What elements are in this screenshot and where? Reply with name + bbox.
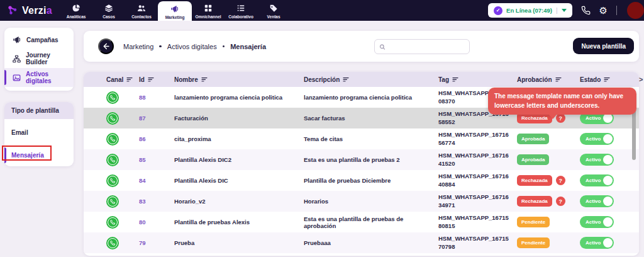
canal-cell <box>84 216 139 229</box>
back-button[interactable] <box>98 38 114 54</box>
nav-item-casos[interactable]: Casos <box>92 0 125 21</box>
nav-item-marketing[interactable]: Marketing <box>158 1 192 21</box>
aprobacion-cell: Rechazada? <box>517 175 580 186</box>
column-header-estado[interactable]: Estado <box>580 76 639 83</box>
nav-item-omnichannel[interactable]: Omnichannel <box>192 0 225 21</box>
sort-icon[interactable] <box>555 77 562 83</box>
search-box[interactable] <box>374 39 470 54</box>
column-header-tag[interactable]: Tag <box>438 76 517 83</box>
sort-icon[interactable] <box>604 77 610 83</box>
table-row-83[interactable]: 83 Horario_v2 Horarios HSM_WHATSAPP_1671… <box>84 191 639 212</box>
breadcrumb-item-marketing[interactable]: Marketing <box>123 43 153 50</box>
estado-toggle[interactable]: Activo <box>580 237 614 249</box>
descripcion-cell: Esta es una plantilla de pruebas de apro… <box>304 215 438 229</box>
sort-icon[interactable] <box>201 77 208 83</box>
estado-toggle[interactable]: Activo <box>580 174 614 186</box>
aprobacion-cell: Aprobada <box>517 134 580 144</box>
id-cell[interactable]: 87 <box>139 115 174 122</box>
estado-toggle[interactable]: Activo <box>580 154 614 166</box>
estado-toggle[interactable]: Activo <box>580 195 614 207</box>
estado-toggle[interactable]: Activo <box>580 216 614 228</box>
toggle-knob <box>603 238 613 248</box>
toggle-knob <box>603 197 613 206</box>
sidebar-item-label: Mensajería <box>11 152 44 159</box>
breadcrumb-item-mensajeria[interactable]: Mensajería <box>230 43 266 50</box>
chevron-right-icon[interactable]: > <box>639 76 643 83</box>
id-cell[interactable]: 86 <box>139 135 174 142</box>
sort-icon[interactable] <box>343 77 349 83</box>
template-type-items: EmailMensajería <box>4 123 74 164</box>
tag-cell: HSM_WHATSAPP_1671641520 <box>438 152 517 168</box>
id-cell[interactable]: 84 <box>139 177 174 184</box>
estado-cell: Activo <box>580 154 639 166</box>
sort-icon[interactable] <box>126 77 133 83</box>
sort-icon[interactable] <box>452 77 458 83</box>
id-cell[interactable]: 88 <box>139 94 174 101</box>
column-header-nombre[interactable]: Nombre <box>174 76 304 83</box>
table-row-79[interactable]: 79 Prueba Pruebaaa HSM_WHATSAPP_16715707… <box>84 232 639 253</box>
nav-item-label: Contactos <box>131 14 152 19</box>
estado-cell: Activo <box>580 195 639 207</box>
nav-item-label: Analíticas <box>67 14 86 19</box>
nav-item-contactos[interactable]: Contactos <box>125 0 158 21</box>
sidebar-item-email[interactable]: Email <box>4 123 74 142</box>
nav-item-analiticas[interactable]: Analíticas <box>60 0 92 21</box>
verzia-logo-icon <box>8 5 18 16</box>
whatsapp-icon <box>106 112 119 125</box>
table-row-85[interactable]: 85 Plantilla Alexis DIC2 Esta es una pla… <box>84 149 639 170</box>
table-row-84[interactable]: 84 Plantilla Alexis DIC Plantilla de pru… <box>84 170 639 191</box>
toggle-knob <box>603 176 613 185</box>
column-header-id[interactable]: Id <box>139 76 174 83</box>
approval-badge: Pendiente <box>517 217 550 227</box>
aprobacion-cell: Pendiente <box>517 237 580 248</box>
phone-icon[interactable] <box>581 6 591 15</box>
status-text: En Línea (07:49) <box>506 7 552 14</box>
table-row-86[interactable]: 86 cita_proxima Tema de citas HSM_WHATSA… <box>84 128 639 149</box>
nav-item-ventas[interactable]: Ventas <box>257 0 290 21</box>
breadcrumb-item-activos-digitales[interactable]: Activos digitales <box>167 43 217 50</box>
nav-item-label: Omnichannel <box>195 14 221 19</box>
column-header-aprobacion[interactable]: Aprobación <box>517 76 580 83</box>
column-header-canal[interactable]: Canal <box>84 76 139 83</box>
estado-toggle[interactable]: Activo <box>580 133 614 145</box>
estado-label: Activo <box>580 157 601 163</box>
sidebar-item-journey-builder[interactable]: Journey Builder <box>4 49 74 68</box>
id-cell[interactable]: 83 <box>139 198 174 205</box>
tag-icon <box>269 4 278 13</box>
toggle-knob <box>603 113 613 123</box>
status-divider: | <box>556 7 558 14</box>
chevron-down-icon[interactable] <box>562 9 567 12</box>
help-icon[interactable]: ? <box>556 197 565 206</box>
whatsapp-icon <box>106 154 119 166</box>
new-template-button[interactable]: Nueva plantilla <box>573 38 634 54</box>
topbar-divider <box>616 6 617 15</box>
help-icon[interactable]: ? <box>556 113 565 123</box>
whatsapp-icon <box>106 216 119 229</box>
sidebar-item-mensajeria[interactable]: Mensajería <box>4 146 74 164</box>
nombre-cell: lanzamiento programa ciencia politica <box>174 94 304 101</box>
user-avatar[interactable] <box>627 2 644 19</box>
aprobacion-cell: Aprobada <box>517 154 580 165</box>
image-icon <box>13 74 21 82</box>
sort-icon[interactable] <box>148 77 154 83</box>
search-input[interactable] <box>389 43 465 50</box>
canal-cell <box>84 91 139 104</box>
column-header-descripcion[interactable]: Descripción <box>304 76 438 83</box>
table-row-80[interactable]: 80 Plantilla de pruebas Alexis Esta es u… <box>84 212 639 232</box>
help-icon[interactable]: ? <box>556 176 565 185</box>
contacts-icon <box>137 4 146 13</box>
descripcion-cell: Plantilla de pruebas Diciembre <box>304 177 438 184</box>
gear-icon[interactable]: ⚙ <box>599 6 608 15</box>
brand-logo[interactable]: Verzia <box>0 0 60 21</box>
whatsapp-icon <box>106 174 119 187</box>
sidebar-item-activos-digitales[interactable]: Activos digitales <box>4 68 74 87</box>
id-cell[interactable]: 80 <box>139 219 174 226</box>
approval-badge: Rechazada <box>517 196 552 207</box>
topbar-right: ✓ En Línea (07:49) | ⚙ <box>488 0 644 21</box>
online-status-pill[interactable]: ✓ En Línea (07:49) | <box>488 3 572 18</box>
sidebar-item-campanas[interactable]: Campañas <box>4 30 74 49</box>
id-cell[interactable]: 79 <box>139 239 174 246</box>
table-header-row: Canal Id Nombre Descripción Tag Aprobaci… <box>84 72 639 87</box>
id-cell[interactable]: 85 <box>139 156 174 163</box>
nav-item-colaborativo[interactable]: Colaborativo <box>225 0 257 21</box>
